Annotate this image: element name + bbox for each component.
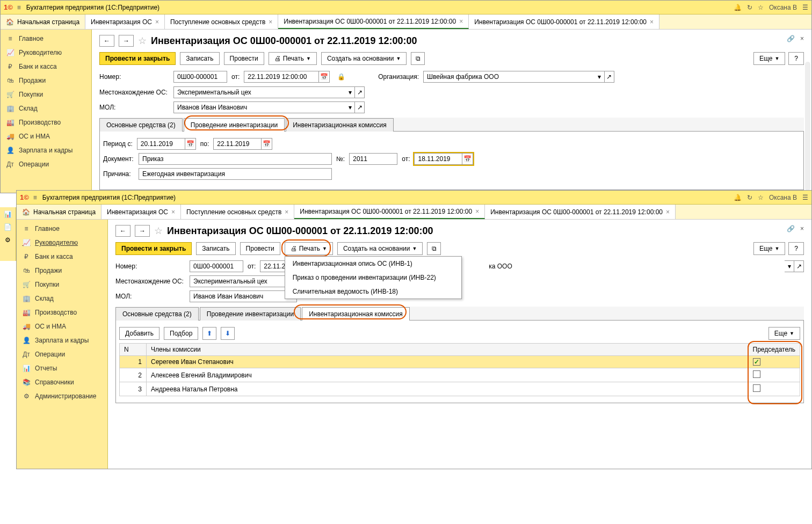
tab-inv-os[interactable]: Инвентаризация ОС× [85, 14, 165, 29]
post-button[interactable]: Провести [240, 242, 280, 255]
close-icon[interactable]: × [269, 18, 272, 26]
docdate-input[interactable] [414, 153, 462, 165]
structure-icon[interactable]: ⧉ [411, 52, 425, 65]
menu-icon[interactable]: ☰ [802, 4, 808, 11]
tab-receipt[interactable]: Поступление основных средств× [181, 205, 294, 219]
create-based-button[interactable]: Создать на основании ▼ [337, 242, 423, 255]
open-icon[interactable]: ↗ [355, 101, 365, 113]
sidebar-item[interactable]: ₽Банк и касса [17, 250, 107, 264]
nav-back[interactable]: ← [99, 35, 114, 47]
sidebar-item[interactable]: 🏭Производство [17, 305, 107, 319]
close-icon[interactable]: × [171, 208, 175, 216]
calendar-icon[interactable]: 📅 [319, 71, 330, 83]
add-button[interactable]: Добавить [119, 327, 160, 340]
nav-back[interactable]: ← [115, 225, 130, 237]
print-option[interactable]: Сличительная ведомость (ИНВ-18) [285, 285, 461, 299]
tool-icon[interactable]: ⚙ [5, 236, 11, 244]
bell-icon[interactable]: 🔔 [734, 4, 742, 11]
lock-icon[interactable]: 🔒 [334, 70, 348, 83]
move-down-icon[interactable]: ⬇ [221, 327, 235, 340]
favorite-icon[interactable]: ☆ [154, 225, 163, 237]
history-icon[interactable]: ↻ [747, 4, 752, 11]
sidebar-item[interactable]: 📚Справочники [17, 375, 107, 389]
calendar-icon[interactable]: 📅 [185, 138, 196, 150]
star-icon[interactable]: ☆ [758, 4, 764, 11]
tab-inv-os[interactable]: Инвентаризация ОС× [102, 205, 181, 219]
post-close-button[interactable]: Провести и закрыть [99, 52, 176, 65]
number-input[interactable] [190, 260, 243, 272]
tab-fixed-assets[interactable]: Основные средства (2) [115, 307, 199, 321]
tab-fixed-assets[interactable]: Основные средства (2) [99, 118, 183, 132]
mol-input[interactable] [190, 290, 297, 302]
tab-doc2[interactable]: Инвентаризация ОС 0Ш00-000001 от 22.11.2… [469, 14, 659, 29]
bell-icon[interactable]: 🔔 [734, 194, 742, 201]
chairman-checkbox[interactable] [753, 370, 760, 378]
tab-commission[interactable]: Инвентаризационная комиссия [302, 307, 410, 321]
tab-home[interactable]: 🏠 Начальная страница [17, 205, 102, 219]
sidebar-item[interactable]: 🛍Продажи [17, 264, 107, 278]
org-input[interactable] [423, 71, 595, 83]
period-end-input[interactable] [213, 138, 262, 150]
post-close-button[interactable]: Провести и закрыть [115, 242, 192, 255]
more-button[interactable]: Еще ▼ [753, 52, 785, 65]
tab-home[interactable]: 🏠 Начальная страница [1, 14, 85, 29]
write-button[interactable]: Записать [196, 242, 235, 255]
nav-fwd[interactable]: → [119, 35, 134, 47]
sidebar-item[interactable]: 🏢Склад [1, 101, 91, 115]
user-name[interactable]: Оксана В [769, 194, 797, 201]
open-icon[interactable]: ↗ [794, 260, 804, 272]
open-icon[interactable]: ↗ [355, 86, 365, 98]
help-button[interactable]: ? [788, 242, 804, 255]
dropdown-icon[interactable]: ▾ [595, 71, 605, 83]
table-row[interactable]: 2 Алексеев Евгений Владимирович [120, 368, 800, 382]
chairman-checkbox[interactable]: ✓ [753, 358, 760, 366]
tab-doc-active[interactable]: Инвентаризация ОС 0Ш00-000001 от 22.11.2… [278, 14, 469, 29]
loc-input[interactable] [190, 275, 297, 287]
tab-doc-active[interactable]: Инвентаризация ОС 0Ш00-000001 от 22.11.2… [294, 205, 485, 219]
more-button[interactable]: Еще ▼ [769, 327, 800, 340]
mol-input[interactable] [173, 101, 345, 113]
sidebar-item[interactable]: 📈Руководителю [1, 46, 91, 60]
sidebar-item[interactable]: ДтОперации [17, 347, 107, 361]
close-icon[interactable]: × [155, 18, 159, 26]
sidebar-item[interactable]: ≡Главное [17, 222, 107, 236]
sidebar-item[interactable]: 👤Зарплата и кадры [17, 333, 107, 347]
dropdown-icon[interactable]: ▾ [785, 260, 794, 272]
print-option[interactable]: Приказ о проведении инвентаризации (ИНВ-… [285, 271, 461, 285]
print-button[interactable]: 🖨 Печать ▼ [285, 242, 333, 255]
number-input[interactable] [173, 71, 227, 83]
create-based-button[interactable]: Создать на основании ▼ [321, 52, 407, 65]
close-content-icon[interactable]: × [800, 225, 804, 232]
post-button[interactable]: Провести [224, 52, 264, 65]
menu-icon[interactable]: ☰ [802, 194, 808, 201]
close-icon[interactable]: × [285, 208, 288, 216]
docnum-input[interactable] [349, 153, 397, 165]
help-button[interactable]: ? [788, 52, 804, 65]
calendar-icon[interactable]: 📅 [462, 153, 473, 165]
sidebar-item[interactable]: 🛒Покупки [17, 278, 107, 292]
move-up-icon[interactable]: ⬆ [202, 327, 216, 340]
chairman-checkbox[interactable] [753, 384, 760, 392]
favorite-icon[interactable]: ☆ [138, 35, 147, 47]
scrollbar[interactable] [805, 62, 810, 191]
sidebar-item[interactable]: 🚚ОС и НМА [17, 319, 107, 333]
user-name[interactable]: Оксана В [769, 4, 797, 11]
sidebar-item[interactable]: 🚚ОС и НМА [1, 129, 91, 143]
close-icon[interactable]: × [475, 208, 479, 215]
tab-inventory-process[interactable]: Проведение инвентаризации [184, 118, 285, 132]
history-icon[interactable]: ↻ [747, 194, 752, 201]
calendar-icon[interactable]: 📅 [262, 138, 272, 150]
burger-icon[interactable]: ≡ [33, 194, 37, 201]
tab-receipt[interactable]: Поступление основных средств× [165, 14, 278, 29]
close-content-icon[interactable]: × [800, 35, 804, 42]
link-icon[interactable]: 🔗 [787, 225, 795, 232]
print-button[interactable]: 🖨 Печать ▼ [269, 52, 317, 65]
sidebar-item[interactable]: 🛒Покупки [1, 88, 91, 101]
sidebar-item[interactable]: ⚙Администрирование [17, 389, 107, 403]
table-row[interactable]: 1 Серегеев Иван Степанович ✓ [120, 356, 800, 368]
star-icon[interactable]: ☆ [758, 194, 764, 201]
sidebar-item[interactable]: 🛍Продажи [1, 74, 91, 88]
more-button[interactable]: Еще ▼ [753, 242, 785, 255]
tool-icon[interactable]: 📄 [4, 223, 12, 231]
dropdown-icon[interactable]: ▾ [345, 86, 355, 98]
